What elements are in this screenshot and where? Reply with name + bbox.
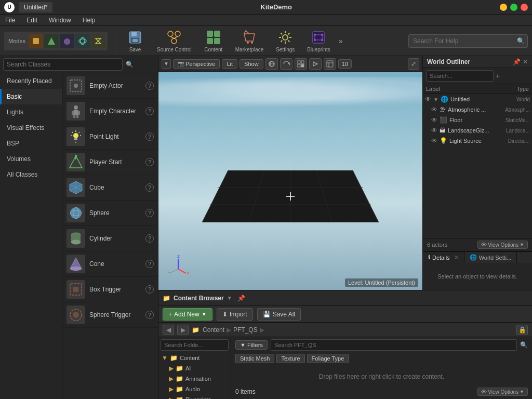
vp-icon-btn-4[interactable] <box>309 58 322 70</box>
list-item[interactable]: Cylinder ? <box>62 226 158 251</box>
content-button[interactable]: Content <box>198 27 229 55</box>
mode-btn-4[interactable] <box>75 34 90 48</box>
cube-info[interactable]: ? <box>145 183 154 192</box>
content-view-options-btn[interactable]: 👁 View Options ▼ <box>477 388 528 396</box>
search-help-input[interactable] <box>408 34 528 48</box>
outliner-search-input[interactable] <box>426 70 494 82</box>
list-item[interactable]: Cone ? <box>62 251 158 277</box>
list-item[interactable]: Point Light ? <box>62 124 158 150</box>
menu-file[interactable]: File <box>3 16 17 25</box>
outliner-x-btn[interactable]: ✕ <box>523 58 528 65</box>
titlebar-tab[interactable]: Untitled* <box>19 2 52 12</box>
cat-lights[interactable]: Lights <box>0 104 62 120</box>
mode-btn-2[interactable] <box>44 34 59 48</box>
menu-window[interactable]: Window <box>47 16 73 25</box>
lit-btn[interactable]: Lit <box>222 59 237 69</box>
add-new-button[interactable]: + Add New ▼ <box>163 308 212 321</box>
nav-forward-btn[interactable]: ▶ <box>177 325 189 335</box>
tree-row[interactable]: 👁 🏔 LandscapeGiz... Landsca... <box>423 125 532 136</box>
list-item[interactable]: ▶ 📁 Blueprints <box>161 394 229 399</box>
cat-all-classes[interactable]: All Classes <box>0 167 62 182</box>
tree-row[interactable]: 👁 💡 Light Source Directio... <box>423 136 532 146</box>
cat-basic[interactable]: Basic <box>0 89 62 104</box>
cone-info[interactable]: ? <box>145 260 154 268</box>
source-control-button[interactable]: Source Control <box>153 27 196 55</box>
sphere-info[interactable]: ? <box>145 209 154 217</box>
view-options-btn[interactable]: 👁 View Options ▼ <box>477 241 528 249</box>
content-drop-area[interactable]: Drop files here or right click to create… <box>235 366 528 387</box>
import-button[interactable]: ⬇ Import <box>217 308 253 321</box>
marketplace-button[interactable]: Marketplace <box>231 27 268 55</box>
minimize-button[interactable] <box>500 4 507 11</box>
save-button[interactable]: Save <box>119 27 151 55</box>
list-item[interactable]: Box Trigger ? <box>62 277 158 302</box>
vp-icon-btn-5[interactable] <box>324 58 336 70</box>
list-item[interactable]: ▼ 📁 Content <box>161 353 229 363</box>
box-trigger-info[interactable]: ? <box>145 285 154 294</box>
content-search-input[interactable] <box>271 339 517 351</box>
settings-button[interactable]: Settings <box>270 27 301 55</box>
nav-back-btn[interactable]: ◀ <box>163 325 174 335</box>
svg-line-46 <box>79 132 80 133</box>
filters-button[interactable]: ▼ Filters <box>235 340 268 350</box>
save-all-button[interactable]: 💾 Save All <box>257 308 301 321</box>
bc-content[interactable]: Content <box>203 326 224 334</box>
tree-row[interactable]: 👁 ▼ 🌐 Untitled World <box>423 94 532 104</box>
vp-icon-btn-1[interactable] <box>265 58 278 70</box>
folder-icon: 📁 <box>192 326 200 334</box>
player-start-info[interactable]: ? <box>145 158 154 166</box>
vp-expand-btn[interactable]: ⤢ <box>408 58 419 70</box>
tab-details[interactable]: ℹ Details ✕ <box>423 252 464 263</box>
tree-row[interactable]: 👁 🌫 Atmospheric ... Atmosph... <box>423 104 532 115</box>
close-button[interactable] <box>521 4 528 11</box>
menu-help[interactable]: Help <box>81 16 98 25</box>
vp-icon-btn-2[interactable] <box>280 58 292 70</box>
filter-static-mesh[interactable]: Static Mesh <box>235 354 274 363</box>
tree-row[interactable]: 👁 ⬛ Floor StaticMe... <box>423 115 532 125</box>
expand-icon[interactable]: ▼ <box>433 97 438 102</box>
filter-texture[interactable]: Texture <box>276 354 304 363</box>
list-item[interactable]: Empty Character ? <box>62 99 158 124</box>
cb-pin-icon[interactable]: 📌 <box>237 295 245 302</box>
mode-btn-3[interactable] <box>60 34 74 48</box>
cb-dropdown-icon[interactable]: ▼ <box>227 295 232 301</box>
3d-viewport[interactable]: Z X Y Level: Untitled (Persistent) <box>158 72 422 290</box>
filter-foliage-type[interactable]: Foliage Type <box>307 354 349 363</box>
list-item[interactable]: Empty Actor ? <box>62 73 158 99</box>
show-btn[interactable]: Show <box>240 59 263 69</box>
toolbar-more-btn[interactable]: » <box>337 35 345 47</box>
lock-icon[interactable]: 🔒 <box>516 325 528 335</box>
point-light-info[interactable]: ? <box>145 132 154 141</box>
folder-search-input[interactable] <box>161 339 229 351</box>
blueprints-label: Blueprints <box>307 47 330 52</box>
list-item[interactable]: Sphere ? <box>62 201 158 226</box>
outliner-add-icon[interactable]: + <box>496 72 500 80</box>
list-item[interactable]: Cube ? <box>62 175 158 201</box>
empty-actor-info[interactable]: ? <box>145 82 154 90</box>
mode-btn-1[interactable] <box>29 34 43 48</box>
blueprints-button[interactable]: Blueprints <box>303 27 334 55</box>
tab-world-settings[interactable]: 🌐 World Setti... <box>464 252 517 263</box>
perspective-btn[interactable]: 📷 Perspective <box>173 59 220 69</box>
cat-volumes[interactable]: Volumes <box>0 151 62 167</box>
empty-character-info[interactable]: ? <box>145 107 154 115</box>
maximize-button[interactable] <box>510 4 517 11</box>
list-item[interactable]: ▶ 📁 AI <box>161 363 229 374</box>
outliner-pin-icon[interactable]: 📌 <box>513 58 521 65</box>
cat-visual-effects[interactable]: Visual Effects <box>0 120 62 136</box>
vp-icon-btn-3[interactable] <box>295 58 307 70</box>
menu-edit[interactable]: Edit <box>24 16 39 25</box>
details-tab-close[interactable]: ✕ <box>454 254 459 261</box>
list-item[interactable]: ▶ 📁 Audio <box>161 384 229 394</box>
list-item[interactable]: ▶ 📁 Animation <box>161 374 229 384</box>
cylinder-info[interactable]: ? <box>145 234 154 243</box>
list-item[interactable]: Sphere Trigger ? <box>62 302 158 328</box>
viewport-dropdown-btn[interactable]: ▼ <box>162 59 171 69</box>
cat-bsp[interactable]: BSP <box>0 136 62 151</box>
mode-btn-5[interactable] <box>91 34 105 48</box>
bc-pft-qs[interactable]: PFT_QS <box>233 326 258 334</box>
cat-recently-placed[interactable]: Recently Placed <box>0 73 62 89</box>
sphere-trigger-info[interactable]: ? <box>145 311 154 319</box>
list-item[interactable]: Player Start ? <box>62 150 158 175</box>
search-classes-input[interactable] <box>3 58 123 71</box>
